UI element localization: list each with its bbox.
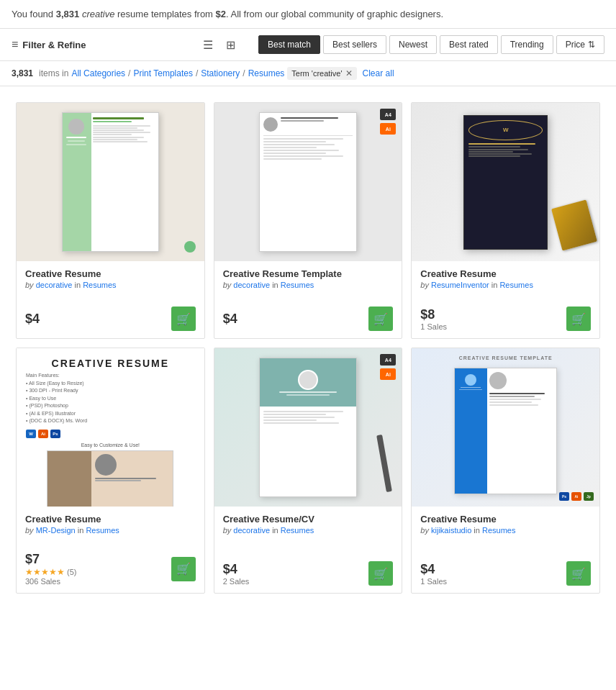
card-5-author-link[interactable]: decorative bbox=[233, 526, 270, 535]
card-1-add-to-cart[interactable]: 🛒 bbox=[171, 307, 196, 331]
filter-icon: ≡ bbox=[12, 38, 18, 51]
banner-description-after: . All from our global community of graph… bbox=[226, 9, 443, 19]
clear-all-link[interactable]: Clear all bbox=[363, 68, 394, 78]
card-3-title: Creative Resume bbox=[420, 268, 591, 279]
product-thumb-6: CREATIVE RESUME TEMPLATE bbox=[412, 348, 599, 507]
card-6-footer: $4 1 Sales 🛒 bbox=[412, 557, 599, 593]
card-1-footer: $4 🛒 bbox=[17, 302, 204, 338]
card-5-info: Creative Resume/CV by decorative in Resu… bbox=[214, 507, 402, 557]
sort-best-match[interactable]: Best match bbox=[258, 35, 320, 54]
card-3-category-link[interactable]: Resumes bbox=[499, 281, 533, 289]
card-2-add-to-cart[interactable]: 🛒 bbox=[368, 307, 393, 331]
card-6-add-to-cart[interactable]: 🛒 bbox=[566, 561, 591, 586]
product-grid: Creative Resume by decorative in Resumes… bbox=[0, 86, 616, 609]
card-2-info: Creative Resume Template by decorative i… bbox=[214, 261, 402, 302]
product-card-6: CREATIVE RESUME TEMPLATE bbox=[411, 348, 600, 594]
sort-newest[interactable]: Newest bbox=[389, 35, 437, 54]
card-4-info: Creative Resume by MR-Design in Resumes bbox=[17, 507, 204, 548]
card-1-price: $4 bbox=[25, 312, 40, 327]
sort-trending[interactable]: Trending bbox=[501, 35, 553, 54]
product-card-1: Creative Resume by decorative in Resumes… bbox=[16, 102, 205, 339]
product-card-2: A4 Ai Creative Resume Template by decora… bbox=[214, 102, 403, 339]
product-card-5: A4 Ai Creative Resume/CV by decorative i… bbox=[214, 348, 403, 594]
banner-price: $2 bbox=[216, 9, 226, 19]
price-sort-icon: ⇅ bbox=[588, 40, 595, 50]
sort-best-rated[interactable]: Best rated bbox=[440, 35, 498, 54]
card-6-author-link[interactable]: kijikaistudio bbox=[431, 526, 471, 535]
breadcrumb-sep-1: / bbox=[128, 68, 130, 78]
breadcrumb-sep-2: / bbox=[196, 68, 198, 78]
card-5-category-link[interactable]: Resumes bbox=[281, 526, 314, 535]
card-6-title: Creative Resume bbox=[420, 514, 591, 525]
card-5-sales: 2 Sales bbox=[223, 577, 250, 586]
sort-best-sellers[interactable]: Best sellers bbox=[323, 35, 386, 54]
card-4-price-col: $7 ★★★★★ (5) 306 Sales bbox=[25, 552, 76, 586]
card-4-title: Creative Resume bbox=[25, 514, 196, 525]
banner-term: creative bbox=[82, 9, 115, 19]
term-badge-close[interactable]: ✕ bbox=[345, 68, 353, 78]
card-3-footer: $8 1 Sales 🛒 bbox=[412, 302, 599, 338]
toolbar: ≡ Filter & Refine ☰ ⊞ Best match Best se… bbox=[0, 29, 616, 61]
sort-price[interactable]: Price ⇅ bbox=[556, 35, 604, 54]
card-4-sales: 306 Sales bbox=[25, 577, 76, 586]
card-1-title: Creative Resume bbox=[25, 268, 196, 279]
card-1-author-link[interactable]: decorative bbox=[36, 281, 73, 289]
card-4-price: $7 bbox=[25, 552, 76, 567]
card-4-add-to-cart[interactable]: 🛒 bbox=[171, 557, 196, 581]
card-5-price: $4 bbox=[223, 562, 250, 577]
card-5-price-col: $4 2 Sales bbox=[223, 562, 250, 586]
breadcrumb-resumes[interactable]: Resumes bbox=[248, 68, 285, 78]
card-6-price-col: $4 1 Sales bbox=[420, 562, 447, 586]
card-6-sales: 1 Sales bbox=[420, 577, 447, 586]
card-4-reviews: (5) bbox=[67, 568, 76, 576]
card-4-author-link[interactable]: MR-Design bbox=[36, 526, 76, 535]
card-1-category-link[interactable]: Resumes bbox=[83, 281, 116, 289]
view-icons: ☰ ⊞ bbox=[198, 35, 241, 55]
card-3-sales: 1 Sales bbox=[420, 322, 447, 331]
breadcrumb-stationery[interactable]: Stationery bbox=[201, 68, 240, 78]
breadcrumb-in-label: items in bbox=[39, 68, 68, 78]
card-4-category-link[interactable]: Resumes bbox=[86, 526, 119, 535]
card-2-price: $4 bbox=[223, 312, 237, 327]
card-5-footer: $4 2 Sales 🛒 bbox=[214, 557, 402, 593]
card-6-category-link[interactable]: Resumes bbox=[482, 526, 515, 535]
card-4-author: by MR-Design in Resumes bbox=[25, 526, 196, 535]
breadcrumb-count: 3,831 bbox=[12, 68, 33, 78]
product-thumb-1 bbox=[17, 103, 204, 261]
card-6-price: $4 bbox=[420, 562, 447, 577]
card-5-author: by decorative in Resumes bbox=[223, 526, 394, 535]
card-1-info: Creative Resume by decorative in Resumes bbox=[17, 261, 204, 302]
card-2-category-link[interactable]: Resumes bbox=[281, 281, 314, 289]
banner-description-before: You found bbox=[12, 9, 56, 19]
breadcrumb-all-categories[interactable]: All Categories bbox=[71, 68, 125, 78]
card-3-author-link[interactable]: ResumeInventor bbox=[431, 281, 489, 289]
card-3-price: $8 bbox=[420, 307, 447, 322]
filter-refine: ≡ Filter & Refine bbox=[12, 38, 189, 51]
product-thumb-2: A4 Ai bbox=[214, 103, 402, 261]
card-2-footer: $4 🛒 bbox=[214, 302, 402, 338]
card-1-author: by decorative in Resumes bbox=[25, 281, 196, 289]
card-3-author: by ResumeInventor in Resumes bbox=[420, 281, 591, 289]
card-2-author: by decorative in Resumes bbox=[223, 281, 394, 289]
breadcrumb-sep-3: / bbox=[243, 68, 245, 78]
product-thumb-4: CREATIVE RESUME Main Features: • All Siz… bbox=[17, 348, 204, 507]
card-4-footer: $7 ★★★★★ (5) 306 Sales 🛒 bbox=[17, 548, 204, 593]
sort-buttons: Best match Best sellers Newest Best rate… bbox=[258, 35, 604, 54]
card-6-author: by kijikaistudio in Resumes bbox=[420, 526, 591, 535]
product-thumb-5: A4 Ai bbox=[214, 348, 402, 507]
card-3-info: Creative Resume by ResumeInventor in Res… bbox=[412, 261, 599, 302]
product-thumb-3: W bbox=[412, 103, 599, 261]
card-2-price-col: $4 bbox=[223, 312, 237, 327]
banner-description-middle: resume templates from bbox=[114, 9, 215, 19]
card-5-title: Creative Resume/CV bbox=[223, 514, 394, 525]
card-3-add-to-cart[interactable]: 🛒 bbox=[566, 307, 591, 331]
product-card-3: W Creative Resume by ResumeInventor in R… bbox=[411, 102, 600, 339]
breadcrumb-print-templates[interactable]: Print Templates bbox=[133, 68, 192, 78]
grid-view-button[interactable]: ⊞ bbox=[221, 35, 241, 55]
card-5-add-to-cart[interactable]: 🛒 bbox=[368, 561, 393, 586]
card-4-stars: ★★★★★ bbox=[25, 567, 65, 577]
card-2-title: Creative Resume Template bbox=[223, 268, 394, 279]
list-view-button[interactable]: ☰ bbox=[198, 35, 218, 55]
card-2-author-link[interactable]: decorative bbox=[233, 281, 270, 289]
breadcrumb-bar: 3,831 items in All Categories / Print Te… bbox=[0, 61, 616, 86]
